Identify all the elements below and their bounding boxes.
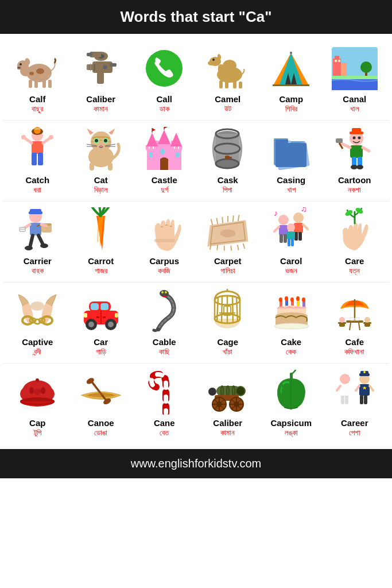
word-item-camp: Camp শিবির: [261, 45, 321, 114]
canal-eng: Canal: [343, 94, 366, 105]
svg-rect-175: [298, 232, 302, 241]
svg-point-280: [340, 374, 350, 384]
cannon-caliber-bn: কামান: [220, 428, 235, 438]
svg-point-206: [160, 290, 169, 297]
catch-bn: ধরা: [33, 185, 41, 195]
svg-point-4: [29, 72, 34, 75]
car-eng: Car: [94, 337, 108, 347]
svg-rect-18: [94, 64, 95, 71]
svg-rect-294: [360, 395, 363, 404]
cake-eng: Cake: [281, 337, 301, 347]
cake-bn: কেক: [286, 347, 296, 357]
cake-icon: [268, 288, 314, 334]
car-icon: [78, 288, 124, 334]
svg-rect-204: [96, 316, 99, 318]
cat-icon: [78, 126, 124, 172]
svg-point-13: [19, 67, 20, 68]
word-item-cane: Cane বেত: [134, 369, 195, 438]
svg-rect-111: [228, 157, 232, 158]
svg-point-227: [285, 296, 288, 301]
carpus-eng: Carpus: [149, 256, 179, 266]
career-icon: [332, 369, 378, 415]
svg-rect-177: [287, 231, 295, 239]
svg-rect-7: [42, 80, 46, 88]
svg-rect-33: [219, 80, 223, 88]
svg-line-162: [231, 245, 231, 250]
svg-rect-34: [225, 82, 228, 88]
svg-rect-29: [218, 64, 224, 76]
svg-point-228: [290, 297, 294, 302]
carpus-icon: [141, 207, 187, 253]
cask-icon: [205, 126, 251, 172]
svg-rect-99: [176, 152, 180, 157]
carpet-icon: [205, 207, 251, 253]
svg-line-297: [356, 386, 359, 390]
word-row-3: Carrier বাহক Carrot গাজর: [3, 202, 389, 283]
word-item-cat: Cat বিড়াল: [71, 126, 131, 195]
svg-rect-5: [29, 80, 32, 88]
word-row-2: Catch ধরা: [3, 121, 389, 202]
capsicum-bn: লঙ্কা: [285, 428, 298, 438]
svg-point-176: [287, 223, 295, 231]
svg-point-198: [88, 322, 94, 327]
cane-bn: বেত: [160, 428, 169, 438]
svg-rect-98: [149, 152, 153, 157]
svg-point-171: [293, 212, 304, 223]
cannon-caliber-eng: Caliber: [213, 418, 242, 428]
car-bn: গাড়ি: [96, 347, 106, 357]
svg-point-26: [146, 50, 183, 87]
svg-point-32: [212, 59, 215, 61]
word-item-cask: Cask পিপা: [197, 126, 258, 195]
carrot-icon: [78, 207, 124, 253]
svg-point-200: [108, 322, 114, 327]
svg-point-143: [25, 246, 33, 250]
cask-bn: পিপা: [223, 185, 232, 195]
word-item-cage: Cage খাঁচা: [197, 288, 258, 357]
svg-line-298: [370, 386, 373, 390]
svg-point-28: [223, 60, 236, 71]
svg-point-254: [34, 388, 41, 395]
svg-rect-25: [87, 53, 92, 56]
svg-rect-79: [90, 163, 94, 171]
svg-rect-125: [336, 138, 343, 143]
camel-bn: উট: [224, 105, 231, 114]
svg-rect-16: [110, 63, 117, 67]
cartoon-bn: নকশা: [348, 185, 361, 195]
svg-rect-42: [273, 84, 309, 86]
camel-eng: Camel: [215, 94, 240, 105]
svg-rect-150: [154, 239, 175, 242]
svg-marker-96: [170, 133, 182, 146]
call-eng: Call: [156, 94, 172, 105]
svg-point-207: [161, 291, 164, 293]
svg-line-141: [30, 235, 33, 247]
carpet-bn: গালিচা: [220, 266, 235, 276]
word-row-5: Cap টুপি: [3, 363, 389, 444]
word-item-carpus: Carpus কবজি: [134, 207, 195, 276]
cable-icon: [141, 288, 187, 334]
cane-icon: [141, 369, 187, 415]
svg-point-59: [21, 135, 26, 140]
svg-point-235: [274, 323, 309, 329]
svg-point-72: [95, 139, 98, 142]
svg-point-192: [30, 301, 44, 311]
word-item-care: Care যত্ন: [324, 207, 385, 276]
word-item-calf: Calf বাছুর: [7, 45, 68, 114]
svg-rect-295: [364, 395, 367, 404]
svg-point-63: [34, 127, 41, 134]
word-item-cartoon: Cartoon নকশা: [324, 126, 385, 195]
svg-point-247: [364, 317, 370, 323]
footer: www.englishforkidstv.com: [0, 449, 392, 478]
camp-icon: [268, 45, 314, 91]
carrot-bn: গাজর: [95, 266, 107, 276]
svg-line-212: [217, 297, 218, 322]
svg-rect-292: [359, 384, 370, 396]
catch-eng: Catch: [25, 175, 49, 185]
svg-rect-35: [233, 80, 236, 88]
canal-bn: খাল: [350, 105, 359, 114]
svg-rect-291: [340, 384, 350, 396]
svg-text:♫: ♫: [301, 207, 307, 214]
care-icon: [332, 207, 378, 253]
word-item-canoe: Canoe ডোঙা: [71, 369, 131, 438]
capsicum-icon: [268, 369, 314, 415]
svg-rect-170: [284, 234, 287, 243]
